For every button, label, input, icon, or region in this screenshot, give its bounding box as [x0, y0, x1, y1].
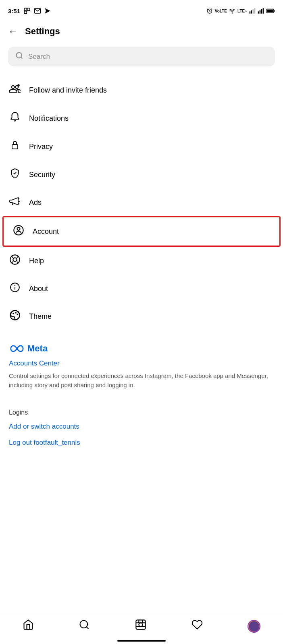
lte-label: LTE+ [237, 9, 247, 13]
menu-item-privacy[interactable]: Privacy [0, 132, 283, 161]
svg-rect-19 [267, 9, 273, 12]
search-input[interactable]: Search [28, 53, 50, 61]
menu-item-follow-friends[interactable]: Follow and invite friends [0, 76, 283, 104]
svg-line-34 [17, 256, 18, 258]
svg-rect-15 [261, 9, 262, 14]
follow-friends-label: Follow and invite friends [29, 86, 107, 95]
svg-line-33 [17, 262, 18, 263]
add-switch-accounts-link[interactable]: Add or switch accounts [9, 423, 274, 431]
status-left: 3:51 [8, 7, 51, 14]
home-indicator [117, 640, 166, 642]
svg-rect-1 [27, 8, 30, 10]
svg-rect-13 [258, 11, 259, 13]
menu-item-help[interactable]: Help [0, 247, 283, 275]
menu-item-security[interactable]: Security [0, 161, 283, 189]
person-circle-icon [12, 225, 25, 238]
svg-rect-16 [263, 8, 264, 13]
theme-label: Theme [29, 312, 52, 321]
search-bar[interactable]: Search [8, 47, 275, 66]
svg-rect-11 [253, 9, 254, 14]
nav-search[interactable] [74, 616, 95, 636]
lock-icon [9, 140, 21, 153]
settings-menu: Follow and invite friends Notifications … [0, 73, 283, 334]
bottom-nav [0, 612, 283, 644]
privacy-label: Privacy [29, 142, 53, 151]
reels-icon [135, 619, 146, 633]
svg-rect-2 [24, 11, 27, 14]
svg-line-6 [207, 9, 208, 10]
account-label: Account [33, 227, 59, 236]
security-label: Security [29, 171, 55, 179]
menu-item-account[interactable]: Account [2, 216, 281, 247]
meta-section: Meta Accounts Center Control settings fo… [0, 334, 283, 402]
svg-line-44 [87, 627, 89, 629]
svg-point-20 [17, 53, 22, 58]
settings-header: ← Settings [0, 20, 283, 43]
nav-reels[interactable] [130, 616, 151, 636]
svg-line-21 [21, 57, 23, 59]
menu-item-notifications[interactable]: Notifications [0, 104, 283, 132]
svg-point-42 [17, 314, 19, 316]
shield-icon [9, 168, 21, 182]
lifebuoy-icon [9, 254, 21, 268]
svg-marker-4 [45, 8, 50, 13]
wifi-icon [229, 8, 235, 14]
svg-rect-18 [274, 10, 275, 12]
svg-point-40 [12, 313, 14, 314]
send-icon [44, 8, 51, 14]
heart-icon [191, 619, 203, 633]
add-person-icon [9, 83, 21, 97]
svg-rect-10 [251, 10, 252, 14]
info-circle-icon [9, 282, 21, 295]
signal2-icon [258, 8, 264, 14]
svg-point-31 [13, 258, 17, 261]
svg-point-41 [15, 312, 17, 314]
menu-item-ads[interactable]: Ads [0, 189, 283, 216]
teams-icon [23, 7, 31, 14]
nav-home[interactable] [18, 616, 39, 636]
profile-avatar [248, 620, 260, 633]
nav-heart[interactable] [187, 616, 208, 636]
meta-text: Meta [27, 343, 48, 354]
menu-item-theme[interactable]: Theme [0, 302, 283, 330]
svg-line-7 [211, 9, 212, 10]
about-label: About [29, 285, 48, 293]
logout-link[interactable]: Log out footfault_tennis [9, 439, 274, 447]
status-bar: 3:51 VoLTE LTE+ [0, 0, 283, 20]
svg-rect-45 [136, 620, 145, 629]
battery-icon [266, 8, 275, 14]
svg-rect-24 [12, 144, 18, 149]
svg-rect-14 [260, 10, 261, 14]
meta-description: Control settings for connected experienc… [9, 372, 274, 390]
bell-icon [9, 111, 21, 125]
page-title: Settings [25, 26, 60, 37]
search-nav-icon [79, 619, 90, 633]
menu-item-about[interactable]: About [0, 275, 283, 302]
volte-label: VoLTE [215, 9, 227, 13]
svg-point-46 [139, 623, 142, 626]
gmail-icon [34, 7, 41, 14]
time-display: 3:51 [8, 8, 20, 14]
svg-rect-9 [250, 11, 251, 13]
search-container: Search [8, 47, 275, 66]
meta-infinity-icon [9, 344, 25, 353]
svg-line-32 [12, 256, 13, 258]
svg-rect-0 [24, 8, 27, 10]
ads-label: Ads [29, 198, 42, 207]
nav-profile[interactable] [243, 617, 265, 636]
help-label: Help [29, 257, 44, 265]
search-icon [15, 52, 23, 62]
logins-title: Logins [9, 409, 274, 416]
signal-icon [249, 8, 256, 14]
svg-line-35 [12, 262, 13, 263]
accounts-center-link[interactable]: Accounts Center [9, 359, 274, 367]
svg-point-8 [232, 13, 232, 13]
home-icon [23, 619, 34, 633]
svg-point-43 [80, 621, 88, 628]
status-right: VoLTE LTE+ [206, 8, 275, 14]
back-button[interactable]: ← [8, 26, 18, 37]
avatar-image [249, 621, 259, 632]
meta-logo: Meta [9, 343, 274, 354]
megaphone-icon [9, 196, 21, 209]
alarm-icon [206, 8, 213, 14]
